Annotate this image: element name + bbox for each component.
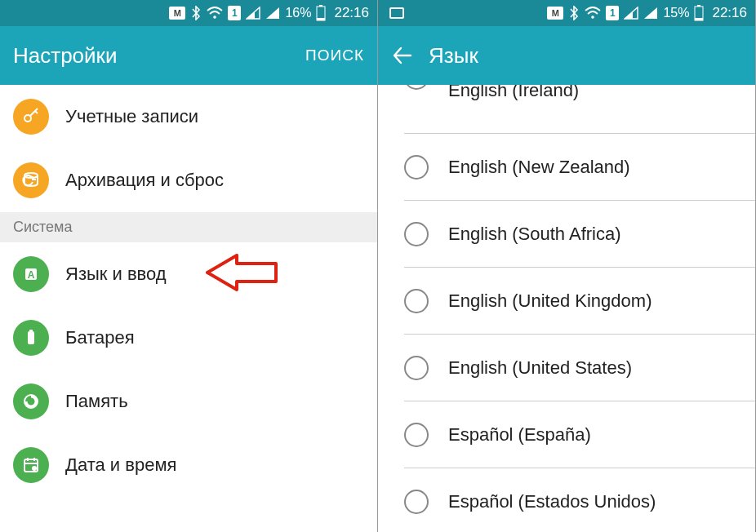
radio-icon[interactable] (404, 222, 429, 246)
radio-icon[interactable] (404, 490, 429, 514)
svg-point-12 (32, 466, 37, 471)
setting-row[interactable]: AЯзык и ввод (0, 242, 377, 306)
signal-icon-2 (265, 7, 280, 20)
clock: 22:16 (712, 5, 747, 21)
svg-point-13 (592, 16, 595, 19)
language-option[interactable]: English (New Zealand) (404, 134, 755, 201)
language-label: English (United States) (448, 357, 632, 379)
svg-point-0 (214, 16, 217, 19)
language-list[interactable]: English (Ireland)English (New Zealand)En… (378, 85, 755, 532)
language-label: Español (Estados Unidos) (448, 491, 656, 512)
svg-rect-8 (28, 331, 34, 344)
battery-percent: 15% (663, 6, 689, 20)
sim-icon: 1 (228, 6, 241, 20)
wifi-icon (207, 7, 223, 20)
storage-icon (13, 383, 49, 419)
language-screen: M 1 15% 22:16 Язык English (Ireland)Engl… (378, 0, 756, 532)
radio-icon[interactable] (404, 356, 429, 380)
clock: 22:16 (334, 5, 369, 21)
signal-icon-1 (624, 7, 638, 20)
bluetooth-icon (190, 6, 202, 20)
svg-rect-15 (697, 5, 700, 7)
setting-label: Учетные записи (65, 106, 198, 127)
status-bar: M 1 15% 22:16 (378, 0, 755, 26)
setting-label: Память (65, 391, 128, 412)
svg-rect-3 (317, 18, 325, 20)
radio-icon[interactable] (404, 85, 429, 90)
svg-point-4 (24, 115, 31, 122)
picture-icon (389, 7, 404, 19)
battery-icon (13, 320, 49, 356)
language-option[interactable]: Español (Estados Unidos) (404, 468, 755, 532)
battery-percent: 16% (285, 6, 311, 20)
language-option[interactable]: English (United States) (404, 335, 755, 401)
svg-text:A: A (28, 269, 35, 281)
language-label: Español (España) (448, 424, 591, 446)
bluetooth-icon (568, 6, 580, 20)
setting-label: Язык и ввод (65, 264, 167, 285)
settings-list[interactable]: Учетные записиАрхивация и сброс Система … (0, 85, 377, 532)
app-bar: Настройки ПОИСК (0, 26, 377, 85)
setting-row[interactable]: Дата и время (0, 433, 377, 497)
svg-rect-9 (29, 330, 33, 331)
language-label: English (United Kingdom) (448, 290, 651, 312)
setting-row[interactable]: Учетные записи (0, 85, 377, 149)
page-title: Язык (429, 43, 742, 69)
setting-row[interactable]: Память (0, 370, 377, 433)
mail-icon: M (547, 7, 563, 20)
wifi-icon (585, 7, 601, 20)
svg-rect-16 (695, 18, 703, 20)
mail-icon: M (169, 7, 185, 20)
radio-icon[interactable] (404, 289, 429, 313)
globe-icon: A (13, 256, 49, 292)
language-option[interactable]: English (United Kingdom) (404, 268, 755, 335)
status-bar: M 1 16% 22:16 (0, 0, 377, 26)
key-icon (13, 99, 49, 135)
language-option[interactable]: English (South Africa) (404, 201, 755, 268)
app-bar: Язык (378, 26, 755, 85)
svg-rect-2 (319, 5, 322, 7)
page-title: Настройки (13, 43, 305, 69)
battery-icon (316, 5, 326, 21)
annotation-arrow-icon (204, 254, 278, 295)
setting-row[interactable]: Архивация и сброс (0, 149, 377, 212)
calendar-icon (13, 447, 49, 483)
language-label: English (New Zealand) (448, 157, 630, 178)
section-header-system: Система (0, 212, 377, 242)
radio-icon[interactable] (404, 155, 429, 180)
backup-icon (13, 162, 49, 198)
settings-screen: M 1 16% 22:16 Настройки ПОИСК Учетные за… (0, 0, 378, 532)
search-action[interactable]: ПОИСК (305, 47, 364, 64)
sim-icon: 1 (606, 6, 619, 20)
back-button[interactable] (391, 45, 412, 66)
battery-icon (694, 5, 704, 21)
setting-label: Дата и время (65, 454, 176, 476)
language-label: English (South Africa) (448, 224, 621, 245)
setting-row[interactable]: Батарея (0, 306, 377, 370)
setting-label: Батарея (65, 327, 135, 348)
setting-label: Архивация и сброс (65, 170, 224, 191)
language-label: English (Ireland) (448, 85, 579, 101)
signal-icon-2 (643, 7, 658, 20)
signal-icon-1 (246, 7, 260, 20)
language-option[interactable]: English (Ireland) (404, 85, 755, 134)
language-option[interactable]: Español (España) (404, 401, 755, 468)
radio-icon[interactable] (404, 423, 429, 447)
